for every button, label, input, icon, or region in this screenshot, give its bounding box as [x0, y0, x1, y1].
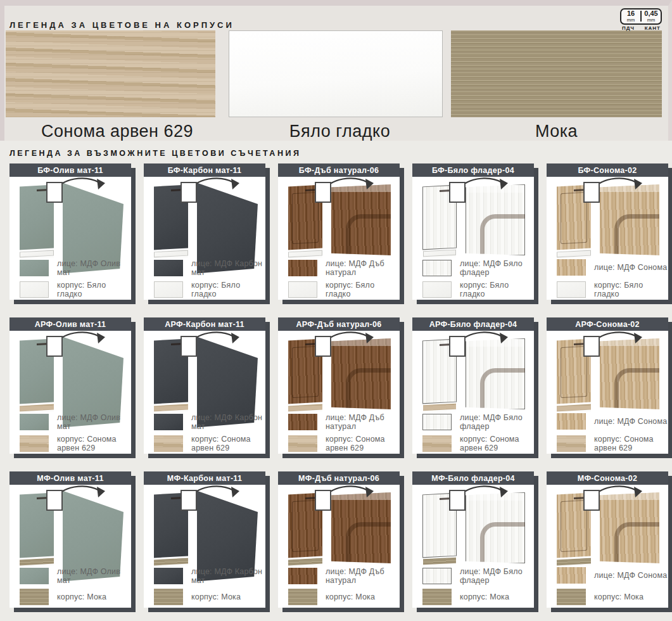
door-illustration	[547, 485, 668, 565]
corpus-label: корпус: Сонома арвен 629	[594, 435, 668, 452]
corpus-swatch	[422, 435, 452, 452]
door-plinth	[288, 558, 322, 566]
face-legend-row: лице: МДФ Дъб натурал	[288, 413, 400, 431]
face-label: лице: МДФ Дъб натурал	[326, 567, 400, 585]
face-legend-row: лице: МДФ Олив мат	[20, 413, 131, 431]
combo-card: МФ-Дъб натурал-06 лице: МДФ	[278, 471, 400, 608]
corpus-legend-row: корпус: Мока	[20, 589, 106, 605]
combo-card: МФ-Карбон мат-11 лице: МДФ К	[144, 471, 265, 608]
face-label: лице: МДФ Дъб натурал	[326, 259, 400, 277]
door-plinth	[557, 558, 591, 566]
door-illustration	[278, 177, 400, 257]
face-swatch	[154, 568, 183, 584]
door-plinth	[20, 404, 54, 412]
corpus-legend-row: корпус: Сонома арвен 629	[288, 435, 400, 452]
corpus-legend-row: корпус: Мока	[557, 589, 643, 605]
face-legend-row: лице: МДФ Дъб натурал	[288, 259, 400, 277]
door-arch-detail	[614, 522, 666, 572]
face-swatch	[154, 414, 183, 430]
face-label: лице: МДФ Карбон мат	[191, 259, 265, 277]
face-swatch	[154, 260, 183, 276]
corpus-swatch	[154, 589, 183, 605]
magnifier-box-icon	[449, 490, 466, 511]
sonoma-arven-texture	[6, 30, 215, 117]
magnifier-box-icon	[181, 490, 197, 511]
corpus-legend-title: ЛЕГЕНДА ЗА ЦВЕТОВЕ НА КОРПУСИ	[10, 20, 234, 30]
corpus-swatch	[288, 589, 317, 605]
door-plinth	[423, 404, 456, 411]
face-swatch	[20, 414, 49, 430]
face-legend-row: лице: МДФ Дъб натурал	[288, 567, 400, 585]
corpus-swatch	[288, 281, 317, 298]
corpus-legend-row: корпус: Мока	[422, 589, 509, 605]
face-label: лице: МДФ Карбон мат	[191, 567, 265, 585]
corpus-swatch	[288, 435, 317, 452]
door-illustration	[547, 331, 668, 411]
face-swatch	[20, 260, 49, 276]
corpus-label: корпус: Бяло гладко	[57, 281, 131, 298]
combo-card: АРФ-Олив мат-11 лице: МДФ Ол	[10, 317, 131, 454]
face-legend-row: лице: МДФ Карбон мат	[154, 567, 265, 585]
corpus-legend-row: корпус: Бяло гладко	[422, 281, 534, 298]
door-illustration	[144, 331, 265, 411]
edge-labels: ПДЧ КАНТ	[620, 25, 662, 31]
face-swatch	[557, 413, 586, 430]
magnifier-box-icon	[181, 182, 197, 203]
corpus-label: корпус: Бяло гладко	[594, 281, 668, 298]
corpus-label: корпус: Мока	[326, 592, 375, 601]
corpus-label: корпус: Мока	[460, 592, 509, 601]
face-label: лице: МДФ Бяло фладер	[460, 567, 534, 585]
corpus-legend-row: корпус: Сонома арвен 629	[422, 435, 534, 452]
door-arch-detail	[346, 368, 397, 418]
corpus-label: корпус: Сонома арвен 629	[191, 435, 265, 452]
door-illustration	[278, 485, 400, 565]
face-swatch	[557, 259, 586, 276]
edge-thickness: 0,45 mm	[642, 10, 661, 22]
corpus-label: корпус: Мока	[191, 592, 241, 601]
door-arch-detail	[346, 522, 397, 572]
sonoma-arven-label: Сонома арвен 629	[41, 122, 193, 141]
combo-card: БФ-Бяло фладер-04 лице: МДФ	[412, 163, 534, 300]
corpus-swatch	[20, 281, 49, 298]
door-plinth	[423, 558, 456, 565]
corpus-legend-row: корпус: Бяло гладко	[154, 281, 265, 298]
face-legend-row: лице: МДФ Сонома	[557, 567, 667, 584]
corpus-label: корпус: Бяло гладко	[326, 281, 400, 298]
face-swatch	[557, 567, 586, 584]
magnifier-box-icon	[315, 182, 331, 203]
corpus-legend-row: корпус: Мока	[154, 589, 241, 605]
corpus-legend-section: ЛЕГЕНДА ЗА ЦВЕТОВЕ НА КОРПУСИ Сонома арв…	[0, 0, 672, 141]
face-label: лице: МДФ Сонома	[594, 263, 667, 272]
face-legend-row: лице: МДФ Карбон мат	[154, 259, 265, 277]
corpus-label: корпус: Сонома арвен 629	[326, 435, 400, 452]
door-illustration	[547, 177, 668, 257]
corpus-label: корпус: Бяло гладко	[460, 281, 534, 298]
face-label: лице: МДФ Олив мат	[57, 259, 131, 277]
door-plinth	[423, 250, 456, 257]
combo-card: БФ-Дъб натурал-06 лице: МДФ	[278, 163, 400, 300]
white-smooth-texture	[229, 30, 443, 117]
corpus-label: корпус: Сонома арвен 629	[460, 435, 534, 452]
combo-grid: БФ-Олив мат-11 лице: МДФ Оли	[0, 163, 672, 608]
combo-card: АРФ-Дъб натурал-06 лице: МДФ	[278, 317, 400, 454]
face-label: лице: МДФ Сонома	[594, 417, 667, 426]
face-swatch	[288, 260, 317, 276]
corpus-legend-row: корпус: Сонома арвен 629	[154, 435, 265, 452]
combo-card: МФ-Бяло фладер-04 лице: МДФ	[412, 471, 534, 608]
door-illustration	[10, 485, 131, 565]
corpus-label: корпус: Мока	[594, 592, 643, 601]
corpus-legend-row: корпус: Бяло гладко	[557, 281, 668, 298]
board-label: ПДЧ	[622, 25, 635, 31]
corpus-swatch	[154, 435, 183, 452]
corpus-swatch	[557, 435, 586, 452]
magnifier-box-icon	[315, 336, 331, 357]
combo-card: БФ-Олив мат-11 лице: МДФ Оли	[10, 163, 131, 300]
swatch-sonoma-arven: Сонома арвен 629	[6, 30, 229, 141]
door-arch-detail	[480, 214, 530, 263]
door-arch-detail	[480, 522, 530, 571]
door-illustration	[412, 177, 534, 257]
combo-card: БФ-Карбон мат-11 лице: МДФ К	[144, 163, 265, 300]
face-label: лице: МДФ Карбон мат	[191, 413, 265, 431]
face-swatch	[422, 260, 452, 276]
door-arch-detail	[614, 214, 666, 264]
